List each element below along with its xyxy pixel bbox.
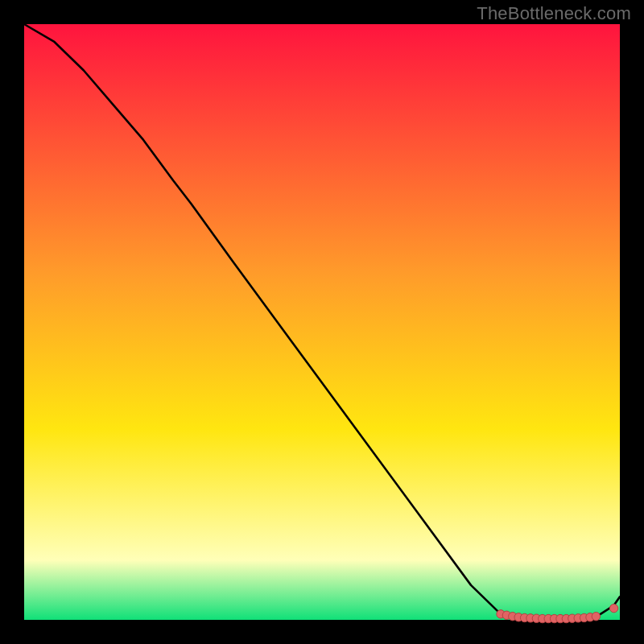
watermark-text: TheBottleneck.com	[477, 3, 631, 24]
chart-line-path	[24, 24, 620, 619]
chart-frame: TheBottleneck.com	[0, 0, 644, 644]
chart-marker	[592, 612, 600, 620]
chart-marker	[609, 604, 617, 612]
plot-region	[24, 24, 620, 620]
line-chart	[24, 24, 620, 620]
